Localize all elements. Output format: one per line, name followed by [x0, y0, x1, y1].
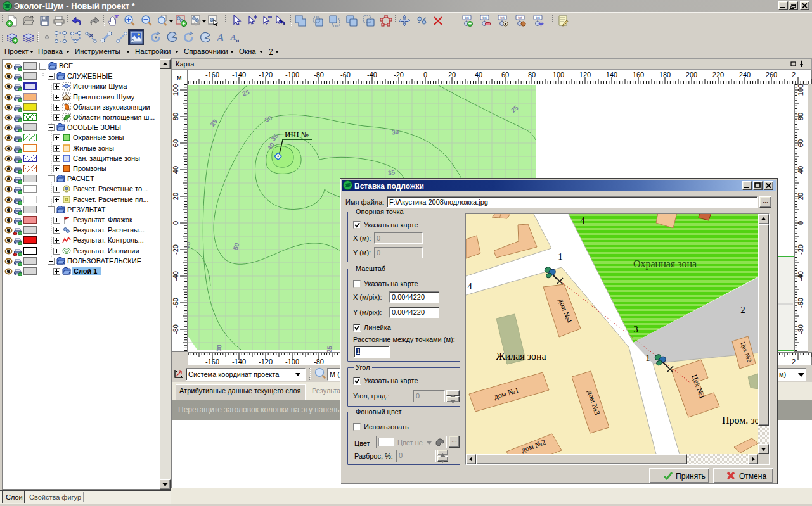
svg-text:200: 200 — [686, 71, 697, 79]
svg-text:-60: -60 — [797, 298, 804, 308]
svg-text:-40: -40 — [367, 71, 377, 79]
svg-text:30: 30 — [216, 344, 223, 351]
svg-text:-120: -120 — [259, 71, 273, 79]
svg-text:0: 0 — [423, 71, 427, 79]
svg-text:-140: -140 — [232, 71, 246, 79]
svg-text:40: 40 — [797, 166, 804, 174]
svg-text:-80: -80 — [314, 358, 324, 365]
svg-text:25: 25 — [326, 345, 333, 352]
svg-text:Жилая зона: Жилая зона — [496, 351, 546, 362]
svg-text:1: 1 — [645, 353, 650, 363]
svg-text:-160: -160 — [205, 71, 219, 79]
svg-text:-140: -140 — [232, 358, 246, 365]
svg-text:35: 35 — [387, 168, 396, 177]
svg-text:260: 260 — [766, 71, 777, 79]
svg-text:140: 140 — [606, 71, 617, 79]
svg-text:-80: -80 — [172, 324, 179, 334]
svg-text:40: 40 — [475, 71, 482, 79]
svg-text:-40: -40 — [797, 271, 804, 281]
svg-text:100: 100 — [172, 84, 179, 96]
svg-text:2: 2 — [792, 358, 796, 365]
svg-text:240: 240 — [739, 71, 751, 79]
svg-text:4: 4 — [467, 281, 472, 291]
svg-text:4: 4 — [580, 215, 585, 225]
svg-text:-80: -80 — [314, 71, 324, 79]
svg-text:A: A — [216, 32, 224, 44]
svg-text:120: 120 — [579, 71, 591, 79]
svg-text:20: 20 — [448, 71, 456, 79]
svg-text:txt: txt — [536, 16, 540, 20]
svg-text:100: 100 — [553, 71, 564, 79]
svg-text:220: 220 — [712, 71, 724, 79]
svg-text:-120: -120 — [259, 358, 273, 365]
svg-text:-100: -100 — [285, 71, 299, 79]
svg-text:3: 3 — [633, 324, 638, 334]
svg-text:A: A — [230, 32, 236, 42]
svg-text:txt: txt — [500, 16, 505, 20]
svg-text:Пром. зон: Пром. зон — [722, 415, 758, 426]
svg-text:0: 0 — [172, 221, 179, 225]
svg-text:-160: -160 — [205, 358, 219, 365]
svg-text:20: 20 — [797, 193, 804, 200]
svg-text:160: 160 — [633, 71, 644, 79]
svg-text:80: 80 — [528, 71, 536, 79]
svg-text:txt: txt — [518, 16, 522, 20]
svg-text:-60: -60 — [172, 298, 179, 308]
svg-text:2: 2 — [740, 305, 745, 315]
svg-text:100: 100 — [797, 84, 804, 96]
svg-text:-20: -20 — [797, 244, 804, 255]
svg-text:60: 60 — [797, 139, 804, 147]
svg-text:180: 180 — [659, 71, 671, 79]
svg-text:-40: -40 — [172, 271, 179, 281]
svg-text:-80: -80 — [797, 324, 804, 334]
svg-text:-20: -20 — [172, 244, 179, 255]
svg-text:ИШ №: ИШ № — [285, 130, 309, 139]
svg-text:2: 2 — [792, 71, 796, 79]
svg-text:-60: -60 — [340, 71, 351, 79]
svg-text:-20: -20 — [394, 71, 404, 79]
svg-text:-100: -100 — [285, 358, 299, 365]
svg-text:20: 20 — [172, 193, 179, 200]
svg-text:60: 60 — [501, 71, 509, 79]
svg-text:txt: txt — [482, 16, 487, 20]
svg-text:0: 0 — [797, 221, 804, 225]
svg-text:1: 1 — [558, 251, 563, 262]
svg-text:80: 80 — [172, 113, 179, 120]
svg-text:Охранная зона: Охранная зона — [633, 258, 697, 270]
svg-text:40: 40 — [172, 166, 179, 174]
svg-text:30: 30 — [391, 128, 399, 136]
svg-text:80: 80 — [797, 113, 804, 120]
svg-text:txt: txt — [465, 16, 469, 20]
svg-text:60: 60 — [172, 139, 179, 147]
